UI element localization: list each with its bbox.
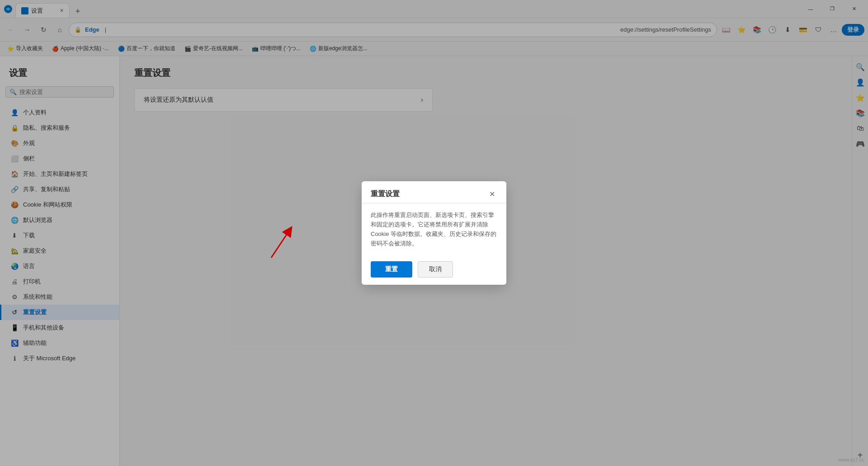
arrow-annotation <box>244 208 316 262</box>
watermark: www.xz7.cc <box>839 457 864 462</box>
modal-footer: 重置 取消 <box>362 256 506 285</box>
modal-description: 此操作将重置启动页面、新选项卡页、搜索引擎和固定的选项卡。它还将禁用所有扩展并清… <box>371 211 497 248</box>
reset-confirm-button[interactable]: 重置 <box>371 261 412 278</box>
modal-overlay: 重置设置 ✕ 此操作将重置启动页面、新选项卡页、搜索引擎和固定的选项卡。它还将禁… <box>0 0 868 466</box>
reset-dialog: 重置设置 ✕ 此操作将重置启动页面、新选项卡页、搜索引擎和固定的选项卡。它还将禁… <box>362 181 506 284</box>
modal-body: 此操作将重置启动页面、新选项卡页、搜索引擎和固定的选项卡。它还将禁用所有扩展并清… <box>362 203 506 255</box>
cancel-button[interactable]: 取消 <box>418 261 453 278</box>
modal-title: 重置设置 <box>371 189 400 199</box>
modal-header: 重置设置 ✕ <box>362 181 506 203</box>
modal-close-button[interactable]: ✕ <box>486 188 497 199</box>
